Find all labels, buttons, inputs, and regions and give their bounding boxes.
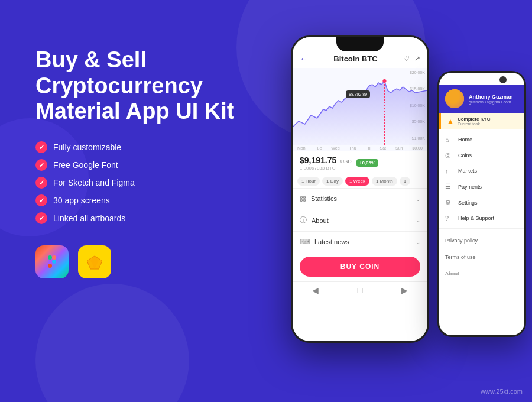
info-icon: ⓘ xyxy=(300,215,307,225)
feature-text: 30 app screens xyxy=(53,196,110,205)
sidebar-menu-item-home[interactable]: ⌂Home xyxy=(439,132,524,147)
time-filter-btn[interactable]: 1 Hour xyxy=(297,177,320,186)
feature-item: Free Google Font xyxy=(35,159,248,171)
second-phone-mockup: Anthony Guzman guzman33@gmail.com ▲ Comp… xyxy=(437,71,526,337)
user-avatar xyxy=(445,89,464,108)
menu-label: Help & Support xyxy=(458,215,494,221)
kyc-banner[interactable]: ▲ Complete KYC Current task xyxy=(439,113,524,129)
tool-icons xyxy=(35,245,248,278)
watermark: www.25xt.com xyxy=(481,388,523,395)
x-label-sun: Sun xyxy=(395,146,403,150)
svg-rect-2 xyxy=(48,264,52,268)
x-label-mon: Mon xyxy=(297,146,306,150)
heart-icon[interactable]: ♡ xyxy=(403,54,410,63)
user-email: guzman33@gmail.com xyxy=(469,100,513,104)
price-value: $9,191.75 xyxy=(300,155,336,165)
statistics-label: Statistics xyxy=(311,195,337,202)
x-label-wed: Wed xyxy=(331,146,339,150)
coin-title: Bitcoin BTC xyxy=(333,54,377,63)
figma-icon xyxy=(35,245,69,278)
svg-rect-3 xyxy=(52,255,56,260)
sidebar-menu: ⌂Home◎Coins↑Markets☰Payments⚙Settings?He… xyxy=(439,129,524,283)
user-info: Anthony Guzman guzman33@gmail.com xyxy=(469,94,513,104)
kyc-subtitle: Current task xyxy=(458,122,491,126)
second-phone-notch xyxy=(499,76,507,83)
sidebar-plain-link[interactable]: About xyxy=(439,264,524,281)
time-filter-btn[interactable]: 1 Week xyxy=(345,177,369,186)
x-label-zero: $0.00 xyxy=(412,146,423,150)
phone-bottom-nav: ◀ □ ▶ xyxy=(293,281,427,297)
price-section: $9,191.75 USD 1.00067933 BTC +0,05% xyxy=(293,151,427,174)
payments-icon: ☰ xyxy=(445,183,453,190)
time-filter-btn[interactable]: 1 xyxy=(400,177,410,186)
time-filters: 1 Hour1 Day1 Week1 Month1 xyxy=(293,174,427,188)
statistics-row[interactable]: ▩ Statistics ⌄ xyxy=(293,188,427,209)
bg-decoration-2 xyxy=(35,284,189,402)
feature-item: For Sketch and Figma xyxy=(35,177,248,189)
sidebar-plain-link[interactable]: Terms of use xyxy=(439,248,524,264)
svg-rect-0 xyxy=(48,255,52,260)
feature-item: Fully customizable xyxy=(35,141,248,153)
price-btc: 1.00067933 BTC xyxy=(300,166,352,171)
main-title: Buy & Sell Cryptocurrency Material App U… xyxy=(35,47,248,125)
help-icon: ? xyxy=(445,215,453,222)
buy-coin-button[interactable]: BUY COIN xyxy=(300,257,420,277)
sketch-icon xyxy=(78,245,111,278)
menu-label: Markets xyxy=(458,168,477,174)
second-phone-screen: Anthony Guzman guzman33@gmail.com ▲ Comp… xyxy=(439,73,524,335)
user-profile-section: Anthony Guzman guzman33@gmail.com xyxy=(439,85,524,113)
price-change-badge: +0,05% xyxy=(356,159,378,167)
price-tooltip: $8,892.89 xyxy=(346,90,370,98)
check-icon xyxy=(35,177,47,189)
menu-label: Payments xyxy=(458,184,482,190)
svg-point-4 xyxy=(52,260,56,264)
warning-icon: ▲ xyxy=(447,117,454,125)
statistics-chevron: ⌄ xyxy=(416,196,420,202)
menu-label: Coins xyxy=(458,153,472,158)
svg-rect-1 xyxy=(48,260,52,264)
x-label-tue: Tue xyxy=(315,146,322,150)
time-filter-btn[interactable]: 1 Month xyxy=(372,177,397,186)
share-icon[interactable]: ↗ xyxy=(414,54,420,63)
x-label-sat: Sat xyxy=(380,146,387,150)
nav-back-icon[interactable]: ◀ xyxy=(312,286,319,295)
settings-icon: ⚙ xyxy=(445,199,453,206)
menu-divider xyxy=(439,228,524,229)
feature-text: Linked all artboards xyxy=(53,213,125,223)
about-chevron: ⌄ xyxy=(416,217,420,223)
x-label-fri: Fri xyxy=(365,146,370,150)
check-icon xyxy=(35,212,47,224)
nav-recents-icon[interactable]: ▶ xyxy=(401,286,408,295)
sidebar-menu-item-markets[interactable]: ↑Markets xyxy=(439,163,524,179)
back-arrow[interactable]: ← xyxy=(300,54,308,63)
markets-icon: ↑ xyxy=(445,167,453,174)
newspaper-icon: ⌨ xyxy=(300,238,310,246)
latest-news-row[interactable]: ⌨ Latest news ⌄ xyxy=(293,231,427,252)
user-name: Anthony Guzman xyxy=(469,94,513,100)
about-row[interactable]: ⓘ About ⌄ xyxy=(293,209,427,231)
bar-chart-icon: ▩ xyxy=(300,194,306,203)
check-icon xyxy=(35,159,47,171)
chart-area: $20.00K $15.00K $10.00K $5.00K $1.00K xyxy=(293,68,427,145)
home-icon: ⌂ xyxy=(445,136,453,143)
plain-link-label: Terms of use xyxy=(445,254,476,260)
x-label-thu: Thu xyxy=(349,146,356,150)
phone-notch xyxy=(336,37,384,51)
feature-item: 30 app screens xyxy=(35,194,248,206)
coins-icon: ◎ xyxy=(445,151,453,159)
sidebar-menu-item-help-&-support[interactable]: ?Help & Support xyxy=(439,210,524,226)
chart-x-labels: Mon Tue Wed Thu Fri Sat Sun $0.00 xyxy=(293,145,427,151)
sidebar-menu-item-coins[interactable]: ◎Coins xyxy=(439,147,524,163)
nav-home-icon[interactable]: □ xyxy=(358,286,362,295)
sidebar-menu-item-payments[interactable]: ☰Payments xyxy=(439,179,524,194)
feature-list: Fully customizableFree Google FontFor Sk… xyxy=(35,141,248,224)
plain-link-label: About xyxy=(445,271,459,277)
news-chevron: ⌄ xyxy=(416,239,420,245)
feature-text: Fully customizable xyxy=(53,142,121,152)
about-label: About xyxy=(312,217,329,224)
sidebar-plain-link[interactable]: Privacy policy xyxy=(439,231,524,248)
sidebar-menu-item-settings[interactable]: ⚙Settings xyxy=(439,194,524,210)
latest-news-label: Latest news xyxy=(314,238,349,245)
time-filter-btn[interactable]: 1 Day xyxy=(322,177,343,186)
svg-point-8 xyxy=(382,79,386,83)
